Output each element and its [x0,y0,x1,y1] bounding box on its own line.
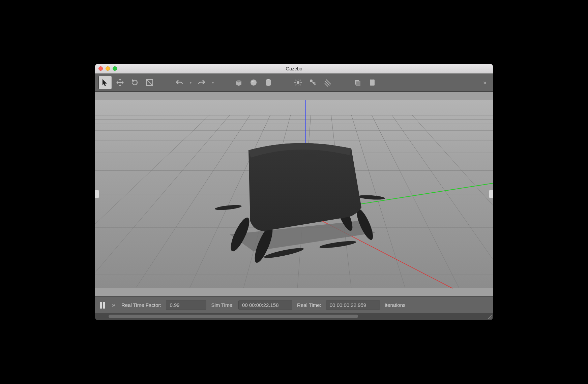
real-time-label: Real Time: [297,302,321,308]
svg-line-15 [325,81,329,86]
sim-time-label: Sim Time: [211,302,234,308]
window-controls [98,66,117,71]
minimize-icon[interactable] [106,66,110,71]
svg-point-5 [297,81,299,84]
spot-light-icon [309,78,317,87]
resize-grip-icon[interactable] [486,314,492,319]
svg-line-13 [300,80,301,81]
point-light-button[interactable] [291,76,305,89]
sim-time-value: 00 00:00:22.158 [238,300,292,310]
status-bar: » Real Time Factor: 0.99 Sim Time: 00 00… [95,296,493,313]
cursor-icon [101,78,109,87]
svg-point-4 [266,84,271,86]
svg-rect-57 [304,154,316,162]
toolbar-overflow-button[interactable]: » [479,79,490,86]
gazebo-window: Gazebo ▾ ▾ [95,64,493,320]
close-icon[interactable] [98,66,103,71]
scale-icon [146,78,154,87]
copy-icon [353,78,361,87]
undo-icon [175,78,183,87]
svg-rect-21 [371,79,373,80]
cylinder-icon [264,78,272,87]
toolbar: ▾ ▾ » [95,73,493,92]
scrollbar-thumb[interactable] [109,315,358,318]
left-panel-toggle[interactable] [95,190,99,198]
svg-point-0 [251,79,257,86]
rtf-label: Real Time Factor: [121,302,161,308]
rtf-value: 0.99 [166,300,206,310]
svg-rect-20 [370,79,375,86]
svg-line-10 [295,80,296,81]
horizontal-scrollbar[interactable] [95,313,493,320]
titlebar[interactable]: Gazebo [95,64,493,73]
move-icon [116,78,124,87]
redo-button[interactable] [195,76,208,89]
directional-light-icon [324,78,332,87]
rotate-icon [131,78,139,87]
select-button[interactable] [98,76,112,89]
redo-icon [198,78,206,87]
real-time-value: 00 00:00:22.959 [326,300,380,310]
svg-point-14 [310,79,313,82]
pause-icon [100,302,102,309]
maximize-icon[interactable] [113,66,117,71]
right-panel-toggle[interactable] [489,190,493,198]
redo-dropdown[interactable]: ▾ [210,81,216,85]
directional-light-button[interactable] [321,76,334,89]
scene-render [95,92,493,296]
paste-button[interactable] [365,76,379,89]
svg-line-11 [300,84,301,85]
sphere-button[interactable] [247,76,260,89]
cylinder-button[interactable] [262,76,275,89]
box-button[interactable] [232,76,245,89]
svg-line-12 [295,84,296,85]
point-light-icon [294,78,302,87]
svg-rect-19 [356,81,360,86]
svg-line-60 [491,319,492,319]
scale-button[interactable] [143,76,156,89]
cube-icon [235,78,243,87]
rotate-button[interactable] [128,76,142,89]
spot-light-button[interactable] [306,76,320,89]
status-expand-button[interactable]: » [112,301,115,309]
viewport[interactable] [95,92,493,296]
svg-line-16 [326,79,331,84]
pause-button[interactable] [100,302,107,309]
copy-button[interactable] [351,76,364,89]
undo-button[interactable] [173,76,186,89]
iterations-label: Iterations [385,302,406,308]
sphere-icon [249,78,258,87]
translate-button[interactable] [113,76,127,89]
svg-point-1 [252,81,254,82]
undo-dropdown[interactable]: ▾ [187,81,194,85]
window-title: Gazebo [95,66,493,71]
paste-icon [368,78,376,87]
